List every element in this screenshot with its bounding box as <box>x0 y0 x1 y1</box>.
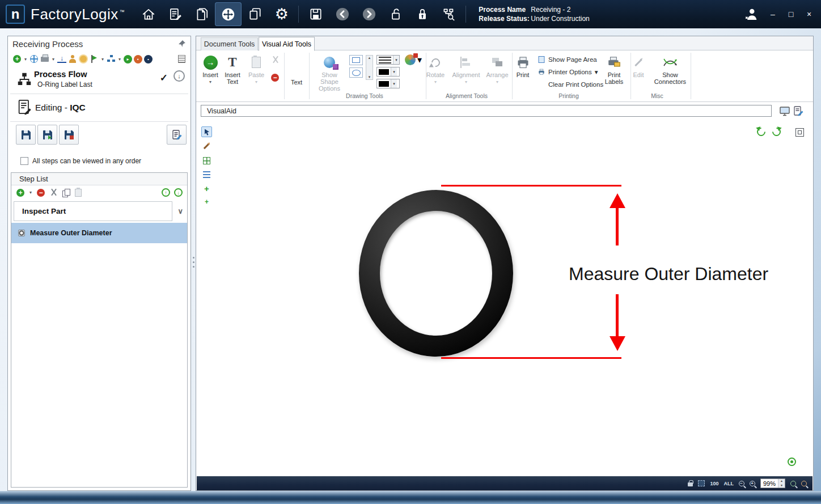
save-process-button[interactable] <box>16 125 36 145</box>
any-order-checkbox[interactable] <box>20 157 28 165</box>
tab-visual-aid-tools[interactable]: Visual Aid Tools <box>259 37 315 51</box>
zoom-spinner-buttons[interactable]: ▴▾ <box>778 479 785 488</box>
selection-area-icon[interactable] <box>698 480 705 486</box>
line-style-dropdown[interactable]: ▾ <box>376 55 400 65</box>
globe-button[interactable] <box>29 54 39 63</box>
settings-button[interactable]: ⚙ <box>268 2 295 26</box>
flag-button[interactable] <box>90 54 99 63</box>
user-icon[interactable] <box>743 6 760 23</box>
zoom-level-spinner[interactable]: 99% ▴▾ <box>760 478 785 488</box>
move-step-down-button[interactable]: ↓ <box>174 188 183 197</box>
flag-caret-icon[interactable]: ▾ <box>100 57 105 62</box>
zoom-out-icon[interactable]: − <box>739 481 744 486</box>
spin-up-icon[interactable]: ▴ <box>781 479 782 483</box>
print-button[interactable]: Print <box>510 52 536 78</box>
remove-shape-button[interactable]: − <box>270 73 280 82</box>
fill-color-dropdown[interactable]: ▾ <box>376 79 400 88</box>
pin-icon[interactable] <box>178 40 186 48</box>
list-view-button[interactable] <box>177 54 186 63</box>
add-step-button[interactable]: + <box>16 188 25 197</box>
activate-button[interactable]: ▸ <box>124 55 132 63</box>
fit-view-icon[interactable] <box>788 458 796 466</box>
step-group-inspect-part[interactable]: Inspect Part ∨ <box>14 201 172 221</box>
dimension-line-top[interactable] <box>441 185 621 187</box>
cut-step-button[interactable] <box>49 188 58 197</box>
select-move-tool[interactable] <box>201 126 212 137</box>
ellipse-shape-button[interactable] <box>349 67 363 78</box>
home-button[interactable] <box>135 2 162 26</box>
o-ring-image[interactable] <box>359 190 513 357</box>
zoom-100-button[interactable]: 100 <box>710 481 718 486</box>
process-flow-row[interactable]: Process Flow O-Ring Label Last ✓ ↓ <box>8 66 191 92</box>
text-button[interactable]: Text <box>286 52 307 95</box>
add-step-caret-icon[interactable]: ▾ <box>28 190 33 195</box>
remove-step-button[interactable]: − <box>36 188 45 197</box>
scroll-up-icon[interactable]: ▴ <box>369 56 371 60</box>
print-labels-button[interactable]: Print Labels <box>600 52 628 85</box>
add-element-tool[interactable]: + <box>201 183 212 194</box>
show-connectors-button[interactable]: Show Connectors <box>653 52 688 85</box>
export-button[interactable]: ↓ <box>57 55 66 63</box>
step-row-measure-outer-diameter[interactable]: Measure Outer Diameter <box>11 223 187 243</box>
minimize-button[interactable]: – <box>768 10 778 19</box>
zoom-in-icon[interactable]: + <box>750 481 755 486</box>
snap-lines-tool[interactable] <box>201 170 212 180</box>
redo-icon[interactable] <box>771 126 782 138</box>
tree-caret-icon[interactable]: ▾ <box>117 57 122 62</box>
back-button[interactable] <box>329 2 356 26</box>
add-annotation-tool[interactable]: + <box>201 196 212 207</box>
zoom-all-button[interactable]: ALL <box>723 481 734 486</box>
visual-aid-canvas[interactable]: + + Measure Outer Diameter <box>197 122 812 476</box>
library-button[interactable] <box>188 2 215 26</box>
edit-properties-button[interactable] <box>167 125 187 145</box>
operator-button[interactable] <box>68 54 77 63</box>
chevron-down-icon[interactable]: ∨ <box>177 207 183 215</box>
collapse-button[interactable]: ↓ <box>173 70 185 82</box>
maximize-button[interactable]: □ <box>786 10 796 19</box>
tab-document-tools[interactable]: Document Tools <box>201 37 258 50</box>
forward-button[interactable] <box>356 2 382 26</box>
shape-gallery-scrollbar[interactable]: ▴ ▾ <box>366 55 373 80</box>
rotate-button[interactable]: Rotate ▾ <box>422 52 448 86</box>
add-caret-icon[interactable]: ▾ <box>23 57 28 62</box>
zoom-selection-icon[interactable] <box>790 481 796 486</box>
fullscreen-icon[interactable] <box>795 128 804 137</box>
insert-text-button[interactable]: T Insert Text <box>220 52 245 85</box>
options-button[interactable] <box>79 54 88 63</box>
save-template-button[interactable] <box>59 125 79 145</box>
dimension-line-bottom[interactable] <box>441 357 621 359</box>
format-painter-dropdown[interactable]: ▾ <box>405 54 422 65</box>
arrange-button[interactable]: Arrange ▾ <box>483 52 511 86</box>
process-flow-button[interactable] <box>215 2 242 26</box>
process-definition-button[interactable] <box>162 2 188 26</box>
move-step-up-button[interactable]: ↑ <box>162 188 170 197</box>
close-button[interactable]: × <box>804 10 814 19</box>
paste-step-button[interactable] <box>74 188 83 197</box>
scroll-down-icon[interactable]: ▾ <box>369 75 371 79</box>
spin-down-icon[interactable]: ▾ <box>781 484 782 488</box>
undo-icon[interactable] <box>755 126 767 138</box>
grid-tool[interactable] <box>201 155 212 166</box>
edit-button[interactable]: Edit <box>625 52 651 78</box>
print-button[interactable] <box>40 54 49 63</box>
tree-view-button[interactable] <box>107 54 116 63</box>
documents-button[interactable] <box>242 2 268 26</box>
rectangle-shape-button[interactable] <box>349 55 363 65</box>
process-search-button[interactable] <box>435 2 462 26</box>
insert-button[interactable]: → Insert ▾ <box>198 52 223 86</box>
alignment-button[interactable]: Alignment ▾ <box>450 52 482 86</box>
copy-step-button[interactable] <box>61 188 70 197</box>
add-button[interactable]: + <box>12 54 22 63</box>
save-as-button[interactable] <box>37 125 57 145</box>
lock-button[interactable] <box>409 2 435 26</box>
paste-button[interactable]: Paste ▾ <box>245 52 268 86</box>
draw-tool[interactable] <box>201 141 212 151</box>
show-shape-options-button[interactable]: Show Shape Options <box>313 52 346 92</box>
panel-splitter[interactable] <box>192 36 195 491</box>
document-title-field[interactable]: VisualAid <box>201 105 772 117</box>
preview-display-button[interactable] <box>779 105 790 117</box>
hold-button[interactable]: ▪ <box>134 55 142 63</box>
lock-icon[interactable] <box>688 482 693 486</box>
cut-button[interactable] <box>270 55 280 64</box>
zoom-fit-icon[interactable] <box>801 481 807 486</box>
